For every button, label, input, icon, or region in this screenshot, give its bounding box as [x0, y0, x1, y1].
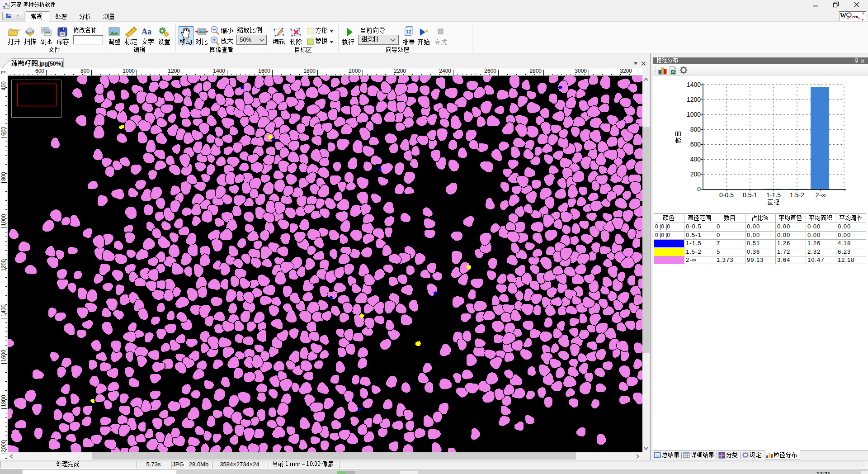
svg-text:12: 12	[406, 29, 411, 34]
